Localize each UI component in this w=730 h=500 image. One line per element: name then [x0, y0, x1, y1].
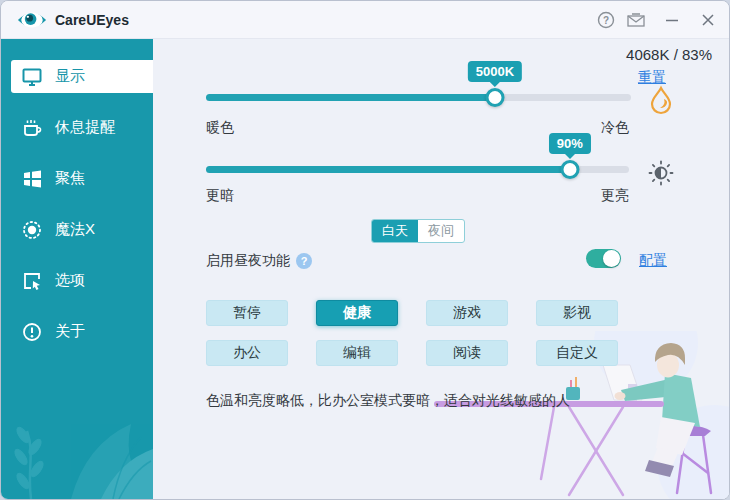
brightness-slider: 90% — [206, 133, 629, 175]
day-night-toggle[interactable] — [586, 249, 621, 268]
app-title: CareUEyes — [55, 12, 129, 28]
preset-custom-button[interactable]: 自定义 — [536, 340, 618, 366]
sidebar-item-magic-x[interactable]: 魔法X — [11, 213, 153, 246]
toggle-knob — [603, 250, 620, 267]
careueyes-eye-logo — [17, 8, 47, 32]
tab-day[interactable]: 白天 — [372, 220, 418, 242]
temperature-slider: 5000K — [206, 61, 631, 103]
sidebar-item-rest-reminder[interactable]: 休息提醒 — [11, 111, 153, 144]
tab-night[interactable]: 夜间 — [418, 220, 464, 242]
day-night-help-icon[interactable]: ? — [296, 253, 312, 269]
day-night-tabs: 白天 夜间 — [371, 219, 465, 243]
help-button[interactable]: ? — [591, 7, 621, 33]
preset-office-button[interactable]: 办公 — [206, 340, 288, 366]
darker-label: 更暗 — [206, 187, 234, 205]
current-temperature-brightness-value: 4068K / 83% — [626, 46, 712, 63]
help-icon: ? — [597, 11, 615, 29]
preset-buttons: 暂停 健康 游戏 影视 办公 编辑 阅读 自定义 — [206, 300, 618, 366]
sidebar-item-options[interactable]: 选项 — [11, 264, 153, 297]
brightness-slider-thumb[interactable] — [560, 160, 579, 179]
info-circle-icon — [21, 321, 43, 343]
sidebar-item-label: 休息提醒 — [55, 118, 115, 137]
temperature-slider-thumb[interactable] — [486, 88, 505, 107]
brightness-sun-icon — [647, 159, 675, 187]
preset-movie-button[interactable]: 影视 — [536, 300, 618, 326]
sidebar-item-label: 显示 — [55, 67, 85, 86]
sidebar-item-display[interactable]: 显示 — [11, 60, 153, 93]
preset-health-button[interactable]: 健康 — [316, 300, 398, 326]
preset-reading-button[interactable]: 阅读 — [426, 340, 508, 366]
sidebar-item-label: 关于 — [55, 322, 85, 341]
main-panel: 4068K / 83% 重置 5000K 暖色 冷色 90% — [153, 39, 729, 499]
feedback-button[interactable] — [621, 7, 651, 33]
titlebar: CareUEyes ? — [1, 1, 729, 39]
sidebar-item-label: 魔法X — [55, 220, 95, 239]
color-temperature-droplet-icon — [647, 85, 675, 115]
preset-edit-button[interactable]: 编辑 — [316, 340, 398, 366]
close-button[interactable] — [693, 7, 723, 33]
sidebar-item-label: 聚焦 — [55, 169, 85, 188]
magic-sun-icon — [21, 219, 43, 241]
day-night-function-label: 启用昼夜功能 — [206, 252, 290, 270]
preset-description: 色温和亮度略低，比办公室模式要暗，适合对光线敏感的人 — [206, 392, 570, 410]
brighter-label: 更亮 — [601, 187, 629, 205]
window-panes-icon — [21, 168, 43, 190]
minimize-icon — [664, 12, 680, 28]
coffee-cup-icon — [21, 117, 43, 139]
minimize-button[interactable] — [657, 7, 687, 33]
sidebar-item-about[interactable]: 关于 — [11, 315, 153, 348]
temperature-tooltip: 5000K — [468, 61, 522, 82]
plant-decoration — [1, 349, 153, 499]
preset-pause-button[interactable]: 暂停 — [206, 300, 288, 326]
preset-game-button[interactable]: 游戏 — [426, 300, 508, 326]
careueyes-window: CareUEyes ? — [0, 0, 730, 500]
temperature-slider-track[interactable] — [206, 94, 631, 101]
sidebar-item-focus[interactable]: 聚焦 — [11, 162, 153, 195]
config-link[interactable]: 配置 — [639, 252, 667, 270]
mail-icon — [626, 11, 646, 29]
brightness-tooltip: 90% — [549, 133, 591, 154]
page-cursor-icon — [21, 270, 43, 292]
svg-text:?: ? — [603, 14, 609, 25]
monitor-icon — [21, 66, 43, 88]
temperature-slider-fill — [206, 94, 495, 101]
sidebar-item-label: 选项 — [55, 271, 85, 290]
brightness-slider-fill — [206, 166, 570, 173]
sidebar: 显示 休息提醒 聚焦 魔法X — [1, 39, 153, 499]
close-icon — [700, 12, 716, 28]
